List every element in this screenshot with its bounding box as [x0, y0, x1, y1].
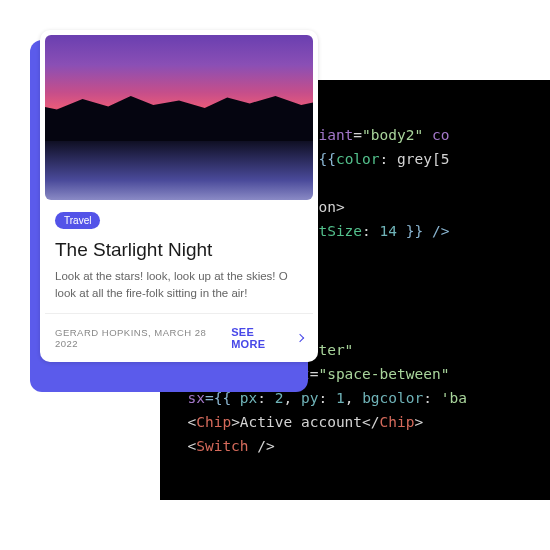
code-line: <Chip>Active account</Chip> [170, 414, 423, 430]
category-chip[interactable]: Travel [55, 212, 100, 229]
see-more-button[interactable]: SEE MORE [231, 326, 303, 350]
card-hero-image [45, 35, 313, 200]
see-more-label: SEE MORE [231, 326, 291, 350]
card-body: Travel The Starlight Night Look at the s… [45, 200, 313, 313]
mountain-silhouette [45, 111, 313, 141]
code-line: <Switch /> [170, 438, 275, 454]
card-byline: GERARD HOPKINS, MARCH 28 2022 [55, 327, 231, 349]
chevron-right-icon [296, 334, 304, 342]
article-card[interactable]: Travel The Starlight Night Look at the s… [40, 30, 318, 362]
code-line: sx={{ px: 2, py: 1, bgcolor: 'ba [170, 390, 467, 406]
card-description: Look at the stars! look, look up at the … [55, 268, 303, 301]
card-title: The Starlight Night [55, 239, 303, 261]
card-footer: GERARD HOPKINS, MARCH 28 2022 SEE MORE [45, 313, 313, 362]
